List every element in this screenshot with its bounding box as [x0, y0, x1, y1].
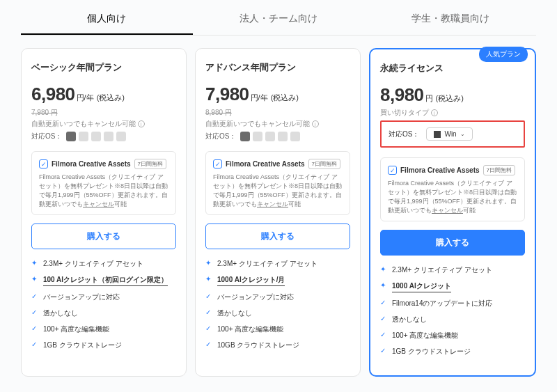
assets-name: Filmora Creative Assets	[226, 160, 305, 168]
assets-checkbox[interactable]: ✓	[39, 159, 48, 168]
mac-icon	[79, 132, 88, 141]
spark-icon: ✦	[380, 281, 388, 290]
feature-text: 2.3M+ クリエイティブ アセット	[43, 259, 143, 269]
feature-item: ✓Filmora14のアップデートに対応	[380, 299, 525, 308]
ipad-icon	[278, 132, 288, 141]
check-icon: ✓	[380, 331, 388, 339]
os-select-highlighted: 対応OS：Win⌄	[380, 120, 525, 148]
feature-item: ✓透かしなし	[380, 315, 525, 324]
check-icon: ✓	[380, 347, 388, 355]
price-amount: 8,980	[380, 84, 424, 106]
creative-assets-box: ✓Filmora Creative Assets7日間無料Filmora Cre…	[31, 151, 176, 215]
info-icon[interactable]: i	[138, 120, 145, 127]
spark-icon: ✦	[205, 259, 213, 267]
info-icon[interactable]: i	[431, 109, 438, 116]
feature-item: ✓100+ 高度な編集機能	[31, 324, 176, 334]
ipad-icon	[104, 132, 113, 141]
check-icon: ✓	[205, 292, 213, 301]
plan-tabs: 個人向け法人・チーム向け学生・教職員向け	[21, 7, 536, 36]
os-row: 対応OS：	[205, 132, 350, 141]
buy-button[interactable]: 購入する	[205, 224, 350, 249]
os-row: 対応OS：	[31, 132, 176, 141]
plan-cards: ベーシック年間プラン6,980円/年(税込み)7,980 円自動更新いつでもキャ…	[0, 48, 557, 377]
windows-icon	[240, 132, 250, 141]
windows-icon	[66, 132, 76, 141]
tab-1[interactable]: 法人・チーム向け	[193, 7, 365, 35]
buy-button[interactable]: 購入する	[31, 224, 176, 249]
feature-item: ✓1GB クラウドストレージ	[380, 347, 525, 356]
feature-item: ✓透かしなし	[31, 308, 176, 318]
chevron-down-icon: ⌄	[460, 131, 465, 137]
creative-assets-box: ✓Filmora Creative Assets7日間無料Filmora Cre…	[380, 157, 525, 221]
price-strike: 8,980 円	[205, 108, 350, 118]
price-row: 6,980円/年(税込み)	[31, 84, 176, 105]
feature-item: ✦2.3M+ クリエイティブ アセット	[380, 265, 525, 275]
feature-item: ✓100+ 高度な編集機能	[380, 331, 525, 340]
plan-title: 永続ライセンス	[380, 62, 525, 75]
check-icon: ✓	[31, 340, 39, 349]
assets-checkbox[interactable]: ✓	[213, 159, 222, 168]
os-dropdown[interactable]: Win⌄	[426, 127, 472, 141]
price-strike: 7,980 円	[31, 108, 176, 118]
check-icon: ✓	[31, 308, 39, 317]
assets-name: Filmora Creative Assets	[52, 160, 131, 168]
android-icon	[116, 132, 126, 141]
feature-item: ✓バージョンアップに対応	[31, 292, 176, 302]
plan-card-1: アドバンス年間プラン7,980円/年(税込み)8,980 円自動更新いつでもキャ…	[195, 48, 361, 377]
feature-item: ✦2.3M+ クリエイティブ アセット	[31, 259, 176, 269]
feature-text: 2.3M+ クリエイティブ アセット	[392, 265, 492, 275]
feature-text: 100+ 高度な編集機能	[392, 331, 458, 340]
feature-item: ✓1GB クラウドストレージ	[31, 340, 176, 350]
assets-description: Filmora Creative Assets（クリエイティブ アセット）を無料…	[39, 173, 168, 209]
renewal-note: 自動更新いつでもキャンセル可能 i	[31, 120, 176, 129]
feature-text: 100+ 高度な編集機能	[217, 324, 283, 334]
check-icon: ✓	[31, 292, 39, 301]
feature-text: 1000 AIクレジット	[392, 281, 451, 292]
tab-0[interactable]: 個人向け	[21, 7, 193, 35]
buy-button[interactable]: 購入する	[380, 230, 525, 256]
os-label: 対応OS：	[205, 132, 236, 141]
info-icon[interactable]: i	[312, 120, 319, 127]
spark-icon: ✦	[31, 275, 39, 283]
os-label: 対応OS：	[31, 132, 62, 141]
assets-trial-tag: 7日間無料	[483, 165, 515, 175]
feature-item: ✓10GB クラウドストレージ	[205, 340, 350, 350]
assets-description: Filmora Creative Assets（クリエイティブ アセット）を無料…	[388, 179, 517, 215]
feature-text: バージョンアップに対応	[217, 292, 294, 302]
os-value: Win	[444, 130, 456, 138]
check-icon: ✓	[205, 308, 213, 317]
feature-text: 透かしなし	[392, 315, 427, 324]
assets-trial-tag: 7日間無料	[134, 159, 166, 169]
feature-text: Filmora14のアップデートに対応	[392, 299, 492, 308]
check-icon: ✓	[380, 299, 388, 307]
assets-trial-tag: 7日間無料	[308, 159, 340, 169]
price-tax: (税込み)	[436, 93, 464, 104]
renewal-note: 自動更新いつでもキャンセル可能 i	[205, 120, 350, 129]
feature-item: ✓透かしなし	[205, 308, 350, 318]
check-icon: ✓	[205, 324, 213, 333]
android-icon	[290, 132, 300, 141]
plan-title: ベーシック年間プラン	[31, 61, 176, 74]
plan-title: アドバンス年間プラン	[205, 61, 350, 74]
ios-icon	[265, 132, 275, 141]
price-tax: (税込み)	[271, 93, 299, 103]
assets-name: Filmora Creative Assets	[400, 166, 480, 174]
creative-assets-box: ✓Filmora Creative Assets7日間無料Filmora Cre…	[205, 151, 350, 215]
assets-checkbox[interactable]: ✓	[388, 166, 397, 175]
feature-text: 10GB クラウドストレージ	[217, 340, 299, 350]
check-icon: ✓	[380, 315, 388, 323]
renewal-note: 買い切りタイプ i	[380, 109, 525, 118]
tab-2[interactable]: 学生・教職員向け	[364, 7, 536, 35]
feature-item: ✦2.3M+ クリエイティブ アセット	[205, 259, 350, 269]
mac-icon	[253, 132, 262, 141]
price-unit: 円	[425, 93, 433, 104]
feature-text: 100+ 高度な編集機能	[43, 324, 109, 334]
feature-text: 透かしなし	[43, 308, 78, 318]
price-unit: 円/年	[251, 93, 268, 103]
plan-card-0: ベーシック年間プラン6,980円/年(税込み)7,980 円自動更新いつでもキャ…	[21, 48, 187, 377]
check-icon: ✓	[31, 324, 39, 333]
feature-text: 1000 AIクレジット/月	[217, 275, 285, 286]
price-amount: 7,980	[205, 84, 249, 105]
popular-badge: 人気プラン	[479, 47, 528, 62]
feature-text: 透かしなし	[217, 308, 252, 318]
